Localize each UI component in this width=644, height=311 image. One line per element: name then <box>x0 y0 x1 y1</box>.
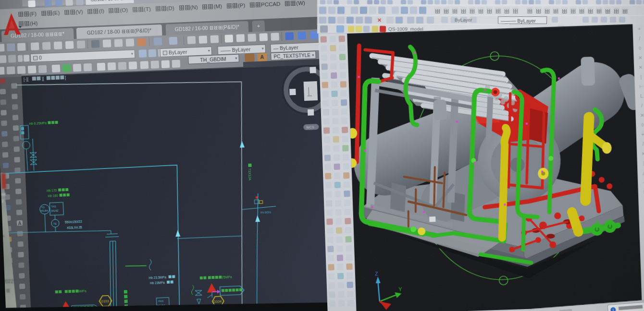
svg-text:][: ][ <box>42 76 45 81</box>
svg-text:Hb 170: Hb 170 <box>47 189 57 192</box>
svg-text:Z: Z <box>375 271 378 276</box>
svg-text:FV-3C01: FV-3C01 <box>260 211 271 214</box>
svg-text:TE: TE <box>53 222 57 225</box>
svg-text:9MPa: 9MPa <box>78 289 87 293</box>
svg-text:Hb 23.5MPa: Hb 23.5MPa <box>149 275 167 279</box>
svg-text:TAS: TAS <box>51 205 56 208</box>
svg-text:#33LX4.35: #33LX4.35 <box>67 226 82 229</box>
svg-text:G104: G104 <box>213 299 222 303</box>
svg-text:TG: TG <box>41 206 45 209</box>
svg-text:71X12A: 71X12A <box>248 168 252 181</box>
svg-text:]: ] <box>65 75 66 80</box>
svg-text:3418A: 3418A <box>40 209 48 213</box>
svg-text:Y: Y <box>398 286 402 292</box>
svg-text:[-][: [-][ <box>24 77 29 82</box>
svg-text:Hb 23MPa: Hb 23MPa <box>150 281 165 285</box>
svg-text:Hb 8.25MPa: Hb 8.25MPa <box>29 121 47 125</box>
svg-text:PAS: PAS <box>159 299 164 302</box>
svg-text:3418Z: 3418Z <box>51 209 59 213</box>
svg-text:550/c150/22: 550/c150/22 <box>65 220 82 224</box>
svg-text:G103: G103 <box>100 299 109 303</box>
svg-text:3C1B3: 3C1B3 <box>157 304 165 307</box>
svg-text:WCS: WCS <box>306 125 314 129</box>
svg-text:Hb 160: Hb 160 <box>48 194 59 198</box>
svg-text:25MPa: 25MPa <box>222 275 232 279</box>
